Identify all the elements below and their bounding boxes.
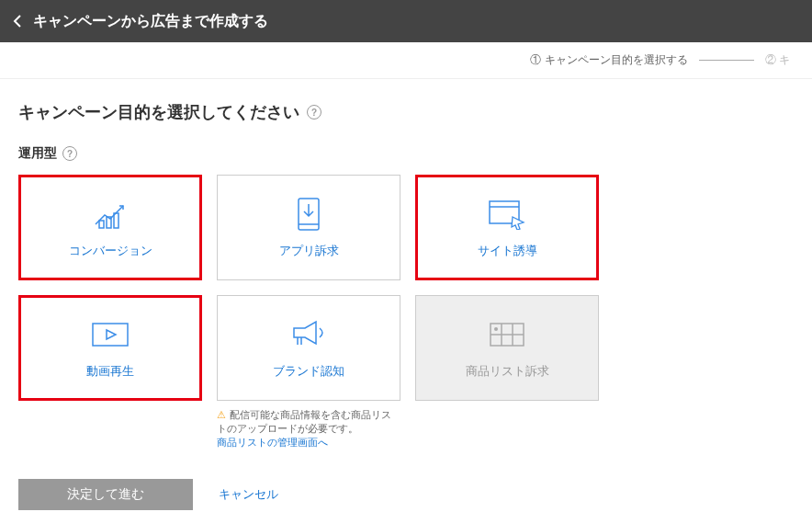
svg-rect-7	[93, 324, 128, 346]
section-title: キャンペーン目的を選択してください ?	[18, 101, 794, 123]
svg-rect-2	[114, 213, 118, 228]
subhead: 運用型 ?	[18, 145, 794, 162]
objective-card-app[interactable]: アプリ訴求	[217, 175, 400, 280]
objective-card-brand[interactable]: ブランド認知	[217, 295, 400, 401]
page-header: キャンペーンから広告まで作成する	[0, 0, 812, 42]
card-label: ブランド認知	[273, 363, 344, 380]
step-2-num: ②	[765, 53, 776, 66]
back-icon[interactable]	[13, 14, 22, 28]
page-title: キャンペーンから広告まで作成する	[33, 12, 268, 31]
product-list-icon	[488, 317, 526, 352]
cancel-button[interactable]: キャンセル	[219, 486, 278, 503]
step-2: ② キ	[765, 52, 790, 68]
stepper: ① キャンペーン目的を選択する ② キ	[0, 42, 812, 79]
card-label: コンバージョン	[69, 243, 152, 259]
svg-point-14	[494, 327, 498, 331]
svg-rect-0	[99, 221, 104, 228]
card-label: サイト誘導	[478, 243, 537, 259]
brand-icon	[288, 317, 329, 352]
warning-icon: ⚠	[217, 409, 226, 420]
submit-button[interactable]: 決定して進む	[18, 479, 193, 510]
step-1: ① キャンペーン目的を選択する	[530, 52, 687, 68]
help-icon[interactable]: ?	[62, 146, 77, 161]
objective-card-video[interactable]: 動画再生	[18, 295, 202, 401]
objective-card-site[interactable]: サイト誘導	[415, 175, 599, 280]
help-icon[interactable]: ?	[307, 105, 321, 119]
objective-card-conversion[interactable]: コンバージョン	[18, 175, 202, 280]
product-list-link[interactable]: 商品リストの管理画面へ	[217, 437, 328, 448]
objective-card-product-list: 商品リスト訴求	[415, 295, 599, 401]
step-1-num: ①	[530, 53, 541, 66]
conversion-icon	[92, 197, 129, 232]
card-label: アプリ訴求	[279, 243, 339, 259]
site-icon	[487, 197, 527, 232]
video-icon	[90, 317, 130, 352]
stepper-divider	[699, 60, 754, 61]
card-label: 商品リスト訴求	[466, 363, 549, 380]
step-1-label: キャンペーン目的を選択する	[545, 53, 688, 66]
step-2-label: キ	[779, 53, 790, 66]
app-icon	[295, 197, 322, 232]
card-label: 動画再生	[86, 363, 134, 380]
product-list-note: ⚠配信可能な商品情報を含む商品リストのアップロードが必要です。 商品リストの管理…	[217, 408, 400, 449]
